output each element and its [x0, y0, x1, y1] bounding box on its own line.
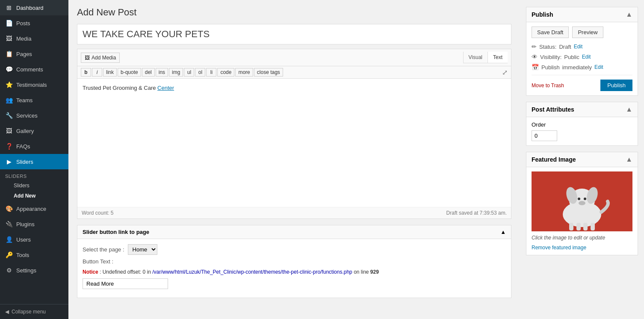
publish-time-row: 📅 Publish immediately Edit — [532, 64, 632, 71]
sliders-section-label: Sliders — [0, 169, 68, 180]
button-text-input[interactable] — [83, 278, 168, 289]
post-attributes-toggle-icon[interactable]: ▲ — [626, 106, 632, 113]
sidebar-item-media[interactable]: 🖼 Media — [0, 31, 68, 46]
status-edit-link[interactable]: Edit — [574, 44, 583, 50]
toolbar-italic[interactable]: i — [92, 68, 102, 77]
tab-text[interactable]: Text — [487, 52, 508, 63]
add-media-button[interactable]: 🖼 Add Media — [81, 53, 120, 63]
svg-rect-8 — [569, 223, 573, 230]
featured-image-toggle-icon[interactable]: ▲ — [626, 156, 632, 163]
toolbar-more[interactable]: more — [235, 68, 253, 77]
svg-point-6 — [584, 198, 586, 200]
button-text-input-row — [83, 278, 506, 289]
tools-icon: 🔑 — [5, 251, 13, 259]
sidebar-item-dashboard[interactable]: ⊞ Dashboard — [0, 0, 68, 15]
sidebar-item-services[interactable]: 🔧 Services — [0, 108, 68, 123]
order-input[interactable] — [532, 130, 557, 141]
sidebar-item-users[interactable]: 👤 Users — [0, 232, 68, 247]
save-draft-button[interactable]: Save Draft — [532, 27, 569, 38]
faqs-icon: ❓ — [5, 142, 13, 150]
status-label: Status: — [539, 44, 556, 50]
publish-toggle-icon[interactable]: ▲ — [626, 11, 632, 18]
page-title: Add New Post — [77, 7, 511, 18]
editor-content-link[interactable]: Center — [157, 85, 174, 91]
users-icon: 👤 — [5, 236, 13, 243]
toolbar-link[interactable]: link — [103, 68, 117, 77]
preview-button[interactable]: Preview — [572, 27, 603, 38]
sidebar-item-posts[interactable]: 📄 Posts — [0, 15, 68, 31]
sidebar-item-comments[interactable]: 💬 Comments — [0, 62, 68, 77]
dashboard-icon: ⊞ — [5, 4, 13, 12]
post-title-input[interactable] — [77, 24, 511, 44]
collapse-menu-button[interactable]: ◀ Collapse menu — [0, 304, 68, 319]
sidebar-item-faqs[interactable]: ❓ FAQs — [0, 139, 68, 154]
sidebar-subitem-sliders[interactable]: Sliders — [0, 180, 68, 191]
svg-rect-11 — [591, 223, 595, 230]
visibility-label: Visibility: — [540, 54, 561, 60]
publish-value: immediately — [562, 64, 592, 71]
sidebar-item-testimonials[interactable]: ⭐ Testimonials — [0, 77, 68, 92]
comments-icon: 💬 — [5, 65, 13, 73]
sidebar-item-teams[interactable]: 👥 Teams — [0, 92, 68, 108]
button-text-row: Button Text : — [83, 258, 506, 265]
slider-button-metabox: Slider button link to page ▲ Select the … — [77, 225, 511, 298]
toolbar-expand-icon[interactable]: ⤢ — [502, 68, 508, 77]
eye-icon: 👁 — [532, 53, 538, 60]
editor-box: 🖼 Add Media Visual Text b i link b-quote… — [77, 49, 511, 219]
tab-visual[interactable]: Visual — [463, 52, 487, 63]
publish-edit-link[interactable]: Edit — [594, 64, 603, 70]
draft-saved-status: Draft saved at 7:39:53 am. — [446, 210, 507, 216]
sidebar-subitem-add-new[interactable]: Add New — [0, 191, 68, 201]
sidebar-item-appearance[interactable]: 🎨 Appearance — [0, 201, 68, 216]
sidebar-item-pages[interactable]: 📋 Pages — [0, 46, 68, 62]
add-media-icon: 🖼 — [85, 55, 90, 61]
toolbar-ins[interactable]: ins — [156, 68, 168, 77]
visibility-edit-link[interactable]: Edit — [582, 54, 591, 60]
sidebar-item-sliders[interactable]: ▶ Sliders — [0, 154, 68, 169]
post-attributes-metabox: Post Attributes ▲ Order — [526, 102, 638, 146]
publish-button[interactable]: Publish — [600, 80, 632, 91]
featured-image-thumbnail[interactable] — [532, 171, 632, 231]
sidebar: ⊞ Dashboard 📄 Posts 🖼 Media 📋 Pages 💬 Co… — [0, 0, 68, 319]
metabox-toggle-icon[interactable]: ▲ — [500, 229, 506, 235]
settings-icon: ⚙ — [5, 266, 13, 274]
sidebar-item-gallery[interactable]: 🖼 Gallery — [0, 123, 68, 139]
toolbar-ol[interactable]: ol — [195, 68, 205, 77]
sliders-icon: ▶ — [5, 158, 13, 165]
toolbar-del[interactable]: del — [142, 68, 155, 77]
teams-icon: 👥 — [5, 96, 13, 104]
toolbar-ul[interactable]: ul — [184, 68, 194, 77]
toolbar-bold[interactable]: b — [81, 68, 91, 77]
publish-buttons: Save Draft Preview — [532, 27, 632, 38]
sidebar-item-plugins[interactable]: 🔌 Plugins — [0, 216, 68, 232]
editor-area: Add New Post 🖼 Add Media Visual Text b i… — [68, 0, 520, 319]
toolbar-li[interactable]: li — [206, 68, 216, 77]
toolbar-bquote[interactable]: b-quote — [118, 68, 141, 77]
content-area: Add New Post 🖼 Add Media Visual Text b i… — [68, 0, 644, 319]
sidebar-item-tools[interactable]: 🔑 Tools — [0, 247, 68, 263]
pages-icon: 📋 — [5, 50, 13, 58]
notice-text: Notice : Undefined offset: 0 in /var/www… — [83, 268, 506, 276]
editor-footer: Word count: 5 Draft saved at 7:39:53 am. — [77, 207, 511, 219]
right-sidebar: Publish ▲ Save Draft Preview ✏ Status: D… — [520, 0, 644, 319]
button-text-label: Button Text : — [83, 258, 113, 265]
slider-button-metabox-header[interactable]: Slider button link to page ▲ — [77, 225, 511, 239]
publish-label: Publish — [541, 64, 560, 71]
featured-image-metabox: Featured Image ▲ — [526, 152, 638, 255]
remove-featured-image-link[interactable]: Remove featured image — [532, 245, 586, 251]
gallery-icon: 🖼 — [5, 127, 13, 135]
editor-toolbar-top: 🖼 Add Media Visual Text — [77, 49, 511, 66]
toolbar-img[interactable]: img — [169, 68, 183, 77]
svg-point-7 — [579, 201, 585, 205]
calendar-icon: 📅 — [532, 64, 539, 71]
featured-image-caption: Click the image to edit or update — [532, 235, 632, 241]
move-to-trash-link[interactable]: Move to Trash — [532, 83, 564, 89]
sidebar-item-settings[interactable]: ⚙ Settings — [0, 263, 68, 278]
editor-content[interactable]: Trusted Pet Grooming & Care Center — [77, 79, 511, 207]
visibility-value: Public — [564, 54, 579, 60]
page-select[interactable]: Home — [128, 244, 157, 255]
toolbar-code[interactable]: code — [217, 68, 234, 77]
status-value: Draft — [559, 44, 571, 50]
toolbar-close-tags[interactable]: close tags — [254, 68, 283, 77]
collapse-icon: ◀ — [5, 309, 9, 315]
